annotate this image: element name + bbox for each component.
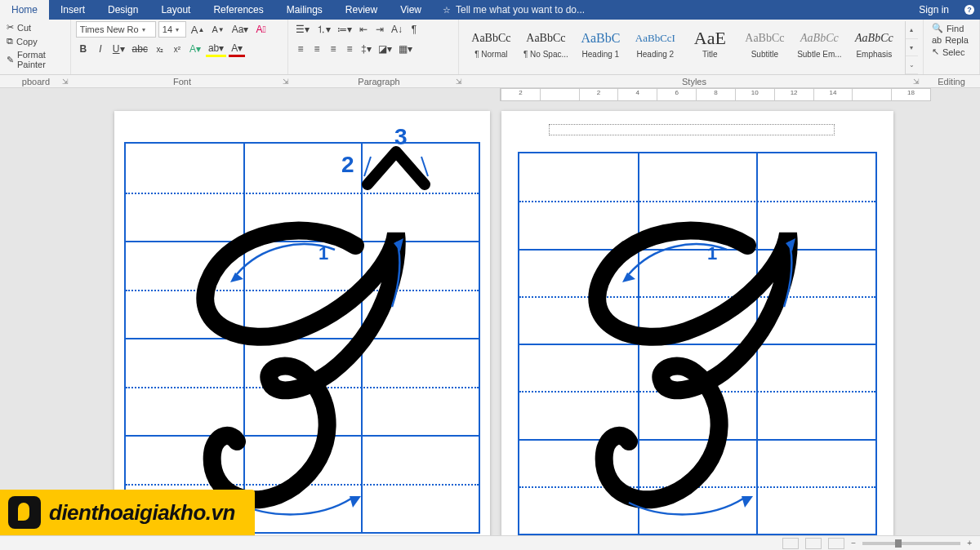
tab-references[interactable]: References bbox=[202, 0, 274, 20]
print-layout-button[interactable] bbox=[805, 538, 822, 549]
grow-font-button[interactable]: A▲ bbox=[189, 21, 207, 38]
underline-button[interactable]: U▾ bbox=[110, 41, 127, 57]
tab-home[interactable]: Home bbox=[0, 0, 49, 20]
text-cursor-frame[interactable] bbox=[549, 124, 835, 135]
align-center-button[interactable]: ≡ bbox=[310, 41, 324, 57]
shrink-font-button[interactable]: A▼ bbox=[209, 21, 226, 38]
ruler-mark: 12 bbox=[774, 89, 813, 100]
ruler-mark bbox=[540, 89, 579, 100]
superscript-button[interactable]: x² bbox=[170, 41, 185, 57]
ruler-mark: 2 bbox=[501, 89, 540, 100]
highlight-button[interactable]: ab▾ bbox=[206, 41, 226, 57]
chevron-down-icon: ▾ bbox=[142, 26, 145, 33]
gallery-up-icon[interactable]: ▴ bbox=[906, 21, 918, 39]
subscript-button[interactable]: x₂ bbox=[153, 41, 167, 57]
cursor-icon: ↖ bbox=[932, 47, 939, 57]
tab-layout[interactable]: Layout bbox=[149, 0, 202, 20]
copy-label: Copy bbox=[16, 37, 38, 47]
group-clipboard: ✂Cut ⧉Copy ✎Format Painter bbox=[0, 20, 71, 74]
zoom-slider[interactable] bbox=[862, 542, 960, 545]
cut-button[interactable]: ✂Cut bbox=[5, 21, 65, 33]
font-group-label: Font bbox=[173, 77, 191, 86]
style-tile-subtle-em---[interactable]: AaBbCcSubtle Em... bbox=[792, 21, 847, 64]
clear-formatting-button[interactable]: A⃥ bbox=[253, 21, 268, 38]
show-marks-button[interactable]: ¶ bbox=[407, 21, 421, 38]
dialog-launcher-icon[interactable]: ⇲ bbox=[913, 78, 920, 86]
watermark-badge: dienthoaigiakho.vn bbox=[0, 490, 255, 535]
help-icon[interactable]: ? bbox=[959, 0, 980, 20]
style-tile-heading-1[interactable]: AaBbCHeading 1 bbox=[573, 21, 628, 64]
numbering-button[interactable]: ⒈▾ bbox=[314, 21, 333, 38]
svg-marker-2 bbox=[230, 273, 243, 282]
style-tile-heading-2[interactable]: AaBbCcIHeading 2 bbox=[628, 21, 683, 64]
clipboard-group-label: pboard bbox=[22, 77, 50, 86]
format-painter-button[interactable]: ✎Format Painter bbox=[5, 49, 65, 70]
font-name-combo[interactable]: Times New Ro▾ bbox=[76, 21, 156, 38]
style-name-label: Subtitle bbox=[751, 50, 778, 59]
change-case-button[interactable]: Aa▾ bbox=[229, 21, 252, 38]
style-tile-title[interactable]: AaETitle bbox=[683, 21, 737, 64]
style-name-label: Emphasis bbox=[856, 50, 892, 59]
scissors-icon: ✂ bbox=[7, 22, 14, 33]
style-preview: AaBbCc bbox=[745, 27, 784, 50]
tell-me-search[interactable]: Tell me what you want to do... bbox=[433, 0, 595, 20]
ruler-mark: 10 bbox=[735, 89, 774, 100]
svg-marker-7 bbox=[742, 496, 753, 508]
style-tile---no-spac---[interactable]: AaBbCc¶ No Spac... bbox=[519, 21, 573, 64]
styles-gallery[interactable]: AaBbCc¶ NormalAaBbCc¶ No Spac...AaBbCHea… bbox=[464, 21, 902, 74]
sign-in-link[interactable]: Sign in bbox=[909, 0, 959, 20]
tab-insert[interactable]: Insert bbox=[49, 0, 96, 20]
font-name-value: Times New Ro bbox=[80, 24, 139, 34]
dialog-launcher-icon[interactable]: ⇲ bbox=[283, 78, 289, 86]
line-spacing-button[interactable]: ‡▾ bbox=[359, 41, 374, 57]
tell-me-placeholder: Tell me what you want to do... bbox=[456, 4, 585, 16]
web-layout-button[interactable] bbox=[828, 538, 844, 549]
increase-indent-button[interactable]: ⇥ bbox=[372, 21, 387, 38]
gallery-down-icon[interactable]: ▾ bbox=[906, 39, 918, 57]
dialog-launcher-icon[interactable]: ⇲ bbox=[62, 78, 69, 86]
font-size-value: 14 bbox=[163, 24, 172, 34]
page-right[interactable]: 1 bbox=[501, 111, 893, 535]
chevron-down-icon: ▾ bbox=[176, 26, 179, 33]
svg-marker-4 bbox=[350, 496, 361, 508]
sort-button[interactable]: A↓ bbox=[389, 21, 405, 38]
ruler-mark: 18 bbox=[891, 89, 930, 100]
group-font: Times New Ro▾ 14▾ A▲ A▼ Aa▾ A⃥ B I U▾ ab… bbox=[71, 20, 288, 74]
zoom-out-button[interactable]: − bbox=[851, 539, 856, 548]
style-tile---normal[interactable]: AaBbCc¶ Normal bbox=[464, 21, 519, 64]
copy-button[interactable]: ⧉Copy bbox=[5, 35, 65, 47]
style-preview: AaBbC bbox=[581, 27, 620, 50]
style-preview: AaBbCc bbox=[526, 27, 565, 50]
dialog-launcher-icon[interactable]: ⇲ bbox=[456, 78, 462, 86]
tab-view[interactable]: View bbox=[389, 0, 433, 20]
read-mode-button[interactable] bbox=[782, 538, 799, 549]
style-tile-subtitle[interactable]: AaBbCcSubtitle bbox=[737, 21, 792, 64]
tab-review[interactable]: Review bbox=[334, 0, 389, 20]
styles-gallery-more[interactable]: ▴ ▾ ⌄ bbox=[905, 21, 918, 74]
align-right-button[interactable]: ≡ bbox=[326, 41, 341, 57]
font-size-combo[interactable]: 14▾ bbox=[158, 21, 186, 38]
style-tile-emphasis[interactable]: AaBbCcEmphasis bbox=[847, 21, 902, 64]
multilevel-button[interactable]: ≔▾ bbox=[335, 21, 354, 38]
zoom-in-button[interactable]: + bbox=[967, 539, 972, 548]
decrease-indent-button[interactable]: ⇤ bbox=[356, 21, 371, 38]
strikethrough-button[interactable]: abc bbox=[130, 41, 150, 57]
justify-button[interactable]: ≡ bbox=[342, 41, 357, 57]
ruler-mark: 6 bbox=[657, 89, 696, 100]
page-left[interactable]: 2 3 1 bbox=[114, 111, 490, 535]
replace-button[interactable]: abRepla bbox=[929, 35, 972, 45]
find-button[interactable]: 🔍Find bbox=[929, 23, 972, 33]
text-effects-button[interactable]: A▾ bbox=[187, 41, 203, 57]
gallery-expand-icon[interactable]: ⌄ bbox=[906, 56, 918, 74]
shading-button[interactable]: ◪▾ bbox=[376, 41, 394, 57]
bullets-button[interactable]: ☰▾ bbox=[293, 21, 312, 38]
bold-button[interactable]: B bbox=[76, 41, 91, 57]
font-color-button[interactable]: A▾ bbox=[229, 41, 245, 57]
tab-design[interactable]: Design bbox=[96, 0, 149, 20]
horizontal-ruler[interactable]: 2246810121418 bbox=[500, 88, 931, 101]
align-left-button[interactable]: ≡ bbox=[293, 41, 308, 57]
italic-button[interactable]: I bbox=[93, 41, 108, 57]
tab-mailings[interactable]: Mailings bbox=[275, 0, 334, 20]
select-button[interactable]: ↖Selec bbox=[929, 47, 972, 57]
borders-button[interactable]: ▦▾ bbox=[396, 41, 415, 57]
